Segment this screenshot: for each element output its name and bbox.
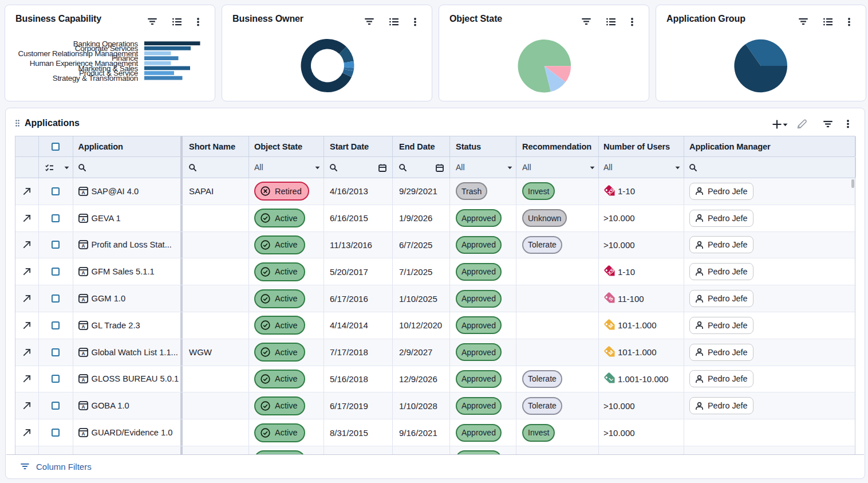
- svg-text:A: A: [81, 297, 85, 303]
- svg-text:A: A: [81, 217, 85, 222]
- svg-text:A: A: [81, 431, 85, 437]
- svg-text:Strategy & Transformation: Strategy & Transformation: [53, 74, 138, 83]
- svg-text:A: A: [81, 244, 85, 249]
- svg-text:A: A: [81, 378, 85, 383]
- svg-text:A: A: [81, 190, 85, 195]
- svg-text:A: A: [81, 324, 85, 329]
- svg-text:A: A: [81, 270, 85, 276]
- svg-text:A: A: [81, 351, 85, 356]
- svg-text:A: A: [81, 405, 85, 410]
